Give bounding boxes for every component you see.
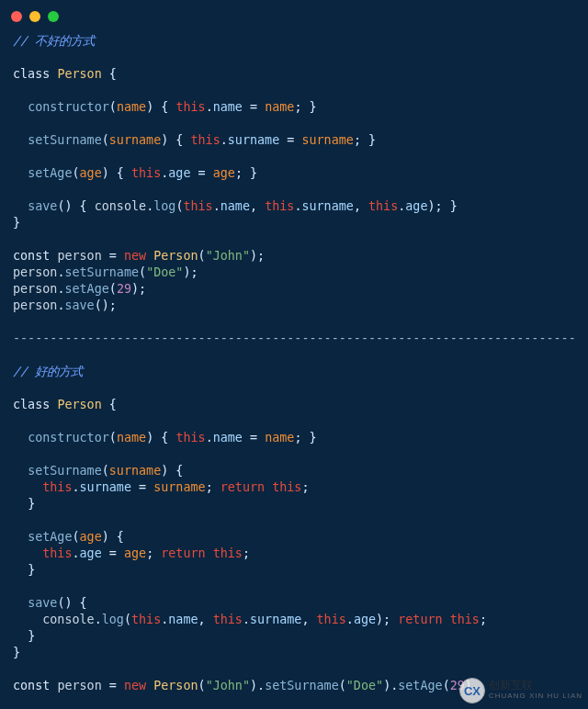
separator-line: ----------------------------------------… [13, 332, 576, 345]
watermark-text-cn: 创新互联 [489, 680, 582, 691]
zoom-icon[interactable] [48, 11, 59, 22]
save-fn: save [28, 199, 57, 213]
comment-good: // 好的方式 [13, 365, 83, 378]
set-surname-fn: setSurname [28, 133, 102, 147]
close-icon[interactable] [11, 11, 22, 22]
watermark-badge-icon: CX [459, 678, 485, 703]
constructor-fn: constructor [28, 100, 109, 114]
set-age-fn: setAge [28, 166, 72, 180]
code-window: // 不好的方式 class Person { constructor(name… [0, 0, 588, 709]
comment-bad: // 不好的方式 [13, 34, 95, 48]
minimize-icon[interactable] [29, 11, 40, 22]
watermark-text-py: CHUANG XIN HU LIAN [489, 691, 582, 702]
class-keyword: class [13, 67, 50, 81]
class-name: Person [57, 67, 101, 81]
window-titlebar [0, 0, 588, 33]
code-block: // 不好的方式 class Person { constructor(name… [0, 33, 588, 702]
watermark-logo: CX 创新互联 CHUANG XIN HU LIAN [459, 678, 582, 703]
